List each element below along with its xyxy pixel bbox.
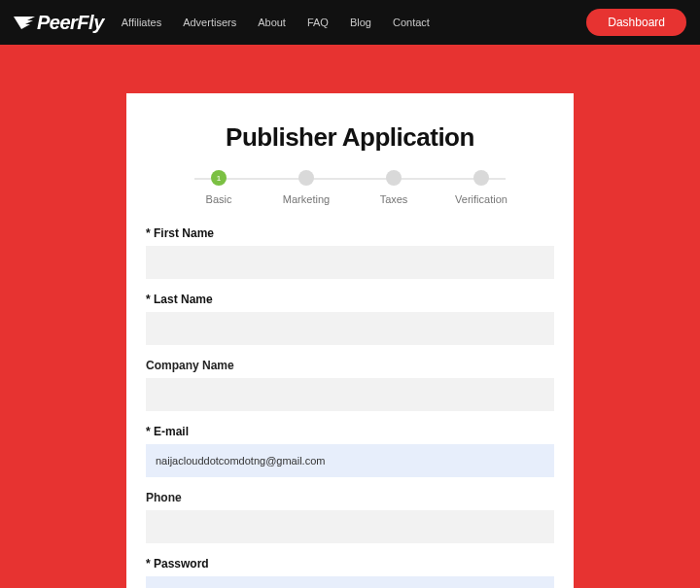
step-label-1: Basic [206, 193, 232, 205]
field-first-name: * First Name [146, 226, 554, 279]
email-input[interactable] [146, 444, 554, 477]
nav-blog[interactable]: Blog [350, 17, 371, 28]
step-label-4: Verification [455, 193, 508, 205]
field-email: * E-mail [146, 425, 554, 477]
step-dot-2 [298, 170, 314, 186]
nav-affiliates[interactable]: Affiliates [122, 17, 161, 28]
nav-contact[interactable]: Contact [393, 17, 430, 28]
step-basic[interactable]: 1 Basic [185, 170, 253, 205]
nav-advertisers[interactable]: Advertisers [183, 17, 236, 28]
stepper: 1 Basic Marketing Taxes Verification [185, 170, 515, 205]
step-taxes[interactable]: Taxes [360, 170, 428, 205]
top-nav: PeerFly Affiliates Advertisers About FAQ… [0, 0, 700, 45]
application-card: Publisher Application 1 Basic Marketing … [126, 93, 574, 588]
wing-icon [14, 15, 35, 30]
company-input[interactable] [146, 378, 554, 411]
email-label: * E-mail [146, 425, 554, 438]
phone-label: Phone [146, 491, 554, 504]
nav-faq[interactable]: FAQ [307, 17, 329, 28]
step-verification[interactable]: Verification [447, 170, 515, 205]
step-label-2: Marketing [283, 193, 330, 205]
password-input[interactable] [146, 576, 554, 588]
step-label-3: Taxes [380, 193, 408, 205]
nav-links: Affiliates Advertisers About FAQ Blog Co… [122, 17, 430, 28]
step-dot-3 [386, 170, 402, 186]
phone-input[interactable] [146, 510, 554, 543]
step-dot-4 [473, 170, 489, 186]
first-name-label: * First Name [146, 226, 554, 240]
brand-text: PeerFly [37, 12, 104, 34]
company-label: Company Name [146, 359, 554, 372]
field-phone: Phone [146, 491, 554, 543]
logo[interactable]: PeerFly [14, 12, 104, 34]
first-name-input[interactable] [146, 246, 554, 279]
page-title: Publisher Application [146, 122, 554, 153]
page: Publisher Application 1 Basic Marketing … [0, 45, 700, 588]
field-last-name: * Last Name [146, 293, 554, 345]
field-company: Company Name [146, 359, 554, 411]
dashboard-button[interactable]: Dashboard [586, 9, 686, 36]
field-password: * Password [146, 557, 554, 588]
step-dot-1: 1 [211, 170, 227, 186]
last-name-label: * Last Name [146, 293, 554, 306]
nav-about[interactable]: About [258, 17, 286, 28]
password-label: * Password [146, 557, 554, 571]
last-name-input[interactable] [146, 312, 554, 345]
step-marketing[interactable]: Marketing [272, 170, 340, 205]
